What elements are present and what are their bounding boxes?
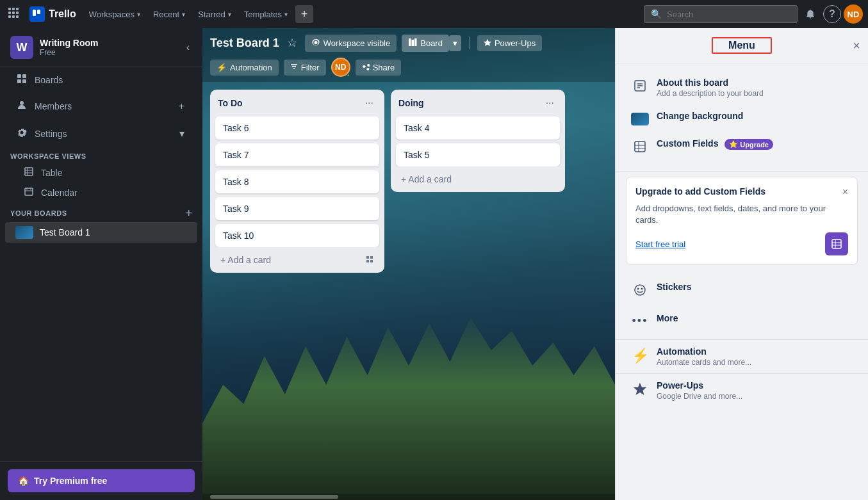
star-board-btn[interactable]: ☆ <box>284 33 300 52</box>
sidebar-item-settings[interactable]: Settings ▾ <box>5 121 197 146</box>
change-background-title: Change background <box>657 111 853 121</box>
upgrade-box-footer: Start free trial <box>635 232 848 255</box>
search-input[interactable] <box>667 10 790 19</box>
about-board-title: About this board <box>657 77 853 88</box>
sidebar-item-calendar[interactable]: Calendar <box>5 183 197 202</box>
boards-label: Boards <box>35 75 187 85</box>
card-task4[interactable]: Task 4 <box>396 117 560 140</box>
menu-item-custom-fields[interactable]: Custom Fields ⭐ Upgrade <box>626 132 858 163</box>
svg-rect-24 <box>409 38 411 46</box>
menu-item-automation[interactable]: ⚡ Automation Automate cards and more... <box>626 340 858 373</box>
automation-btn[interactable]: ⚡ Automation <box>210 60 279 76</box>
powerups-menu-icon <box>631 382 649 399</box>
boards-icon <box>15 74 28 86</box>
upgrade-box-close-btn[interactable]: × <box>842 186 848 198</box>
menu-item-powerups[interactable]: Power-Ups Google Drive and more... <box>626 374 858 407</box>
share-btn[interactable]: Share <box>356 60 402 76</box>
list-doing-header: Doing ··· <box>391 90 565 117</box>
your-boards-label: Your boards + <box>0 202 202 222</box>
menu-item-more[interactable]: ••• More <box>626 307 858 334</box>
svg-rect-25 <box>412 40 414 46</box>
change-background-content: Change background <box>657 111 853 121</box>
power-ups-icon <box>484 38 491 48</box>
menu-header: Menu × <box>616 28 868 63</box>
try-premium-btn[interactable]: 🏠 Try Premium free <box>8 469 195 492</box>
workspace-header: W Writing Room Free ‹ <box>0 28 202 67</box>
board-area: Test Board 1 ☆ Workspace visible Board <box>202 28 615 500</box>
search-bar[interactable]: 🔍 <box>644 5 798 23</box>
svg-rect-43 <box>832 239 841 248</box>
svg-rect-12 <box>22 74 26 78</box>
create-board-btn[interactable]: + <box>295 5 313 23</box>
svg-rect-3 <box>8 12 11 14</box>
board-title: Test Board 1 <box>210 36 279 50</box>
upgrade-box-title: Upgrade to add Custom Fields <box>635 186 766 197</box>
visibility-icon <box>311 38 320 49</box>
automation-menu-content: Automation Automate cards and more... <box>657 346 853 367</box>
list-todo: To Do ··· Task 6 Task 7 Task 8 Task 9 <box>210 90 384 273</box>
sidebar-board-item-test-board-1[interactable]: Test Board 1 <box>5 222 197 243</box>
workspace-visible-btn[interactable]: Workspace visible <box>305 35 397 52</box>
svg-rect-11 <box>17 74 21 78</box>
menu-item-background[interactable]: Change background <box>626 104 858 132</box>
add-card-doing-btn[interactable]: + Add a card <box>393 169 562 190</box>
custom-fields-icon <box>631 140 649 157</box>
sidebar-item-members[interactable]: Members + <box>5 94 197 118</box>
settings-chevron-icon[interactable]: ▾ <box>177 126 187 141</box>
sidebar-collapse-btn[interactable]: ‹ <box>184 39 192 56</box>
board-thumbnail <box>15 226 33 239</box>
table-icon <box>23 167 35 178</box>
starred-menu-btn[interactable]: Starred ▾ <box>193 6 236 23</box>
svg-rect-16 <box>25 168 33 175</box>
menu-powerups-section: Power-Ups Google Drive and more... <box>616 373 868 407</box>
filter-btn[interactable]: Filter <box>284 60 326 76</box>
menu-title: Menu <box>712 37 772 54</box>
recent-menu-btn[interactable]: Recent ▾ <box>148 6 190 23</box>
sidebar-item-boards[interactable]: Boards <box>5 69 197 92</box>
card-task5[interactable]: Task 5 <box>396 143 560 166</box>
member-avatar[interactable]: ND <box>331 58 350 77</box>
user-avatar[interactable]: ND <box>844 4 863 24</box>
custom-fields-content: Custom Fields ⭐ Upgrade <box>657 138 853 150</box>
board-scrollbar-thumb <box>210 495 338 499</box>
upgrade-custom-fields-box: Upgrade to add Custom Fields × Add dropd… <box>626 177 858 265</box>
card-task10[interactable]: Task 10 <box>215 224 379 247</box>
menu-item-about[interactable]: About this board Add a description to yo… <box>626 71 858 104</box>
grid-icon[interactable] <box>5 4 22 24</box>
list-todo-menu-btn[interactable]: ··· <box>362 96 377 110</box>
calendar-label: Calendar <box>41 188 78 198</box>
trello-logo-text: Trello <box>49 8 76 20</box>
list-todo-header: To Do ··· <box>210 90 384 117</box>
list-todo-title: To Do <box>218 98 243 108</box>
help-btn[interactable]: ? <box>823 5 841 23</box>
add-board-btn[interactable]: + <box>185 207 192 219</box>
add-member-btn[interactable]: + <box>176 99 187 113</box>
card-task6[interactable]: Task 6 <box>215 117 379 140</box>
card-task7[interactable]: Task 7 <box>215 143 379 166</box>
powerups-menu-content: Power-Ups Google Drive and more... <box>657 380 853 401</box>
board-view-dropdown-btn[interactable]: ▾ <box>449 35 461 51</box>
power-ups-btn[interactable]: Power-Ups <box>477 35 542 51</box>
workspaces-menu-btn[interactable]: Workspaces ▾ <box>84 6 145 23</box>
sidebar-item-table[interactable]: Table <box>5 163 197 182</box>
menu-item-stickers[interactable]: Stickers <box>626 275 858 307</box>
svg-rect-20 <box>25 188 33 195</box>
powerups-menu-title: Power-Ups <box>657 380 853 391</box>
card-task9[interactable]: Task 9 <box>215 197 379 220</box>
svg-rect-34 <box>370 260 373 262</box>
svg-rect-4 <box>12 12 15 14</box>
add-card-todo-btn[interactable]: + Add a card <box>213 250 382 270</box>
board-scrollbar[interactable] <box>202 494 615 500</box>
menu-close-btn[interactable]: × <box>853 39 860 52</box>
board-lists: To Do ··· Task 6 Task 7 Task 8 Task 9 <box>202 82 615 494</box>
notifications-btn[interactable] <box>800 4 821 24</box>
svg-rect-14 <box>22 79 26 83</box>
automation-menu-icon: ⚡ <box>631 348 649 364</box>
templates-menu-btn[interactable]: Templates ▾ <box>239 6 293 23</box>
trello-logo[interactable]: Trello <box>24 4 81 24</box>
board-view-btn[interactable]: Board <box>402 35 449 52</box>
card-task8[interactable]: Task 8 <box>215 170 379 193</box>
list-doing-menu-btn[interactable]: ··· <box>543 96 557 110</box>
more-content: More <box>657 313 853 323</box>
start-free-trial-btn[interactable]: Start free trial <box>635 239 685 249</box>
